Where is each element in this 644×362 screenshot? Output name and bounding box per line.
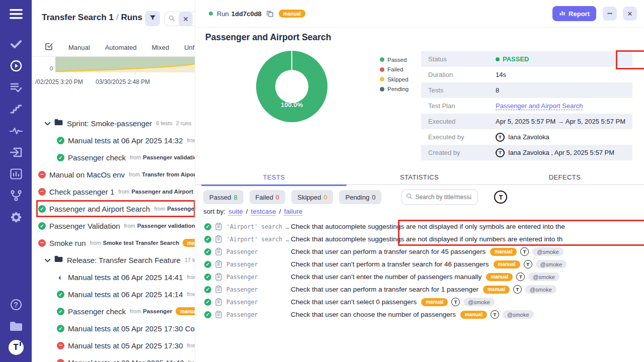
run-name: Passenger check (68, 307, 126, 316)
test-passed-icon (204, 311, 211, 318)
tests-search-box[interactable] (401, 190, 478, 205)
test-row[interactable]: Passenger Check that user can't enter th… (195, 270, 644, 283)
test-title: Check that user can't select 0 passenger… (291, 298, 417, 306)
more-actions-button[interactable]: ••• (603, 7, 617, 21)
run-tree-item[interactable]: Manual tests at 06 Apr 2025 14:32 from P… (32, 132, 195, 149)
run-tree-item[interactable]: Manual tests at 06 Apr 2025 14:14 from P… (32, 286, 195, 303)
run-tree-item[interactable]: Passenger check from Passenger manual 6 (32, 303, 195, 320)
run-name: Sprint: Smoke-passenger (67, 119, 152, 128)
legend-item[interactable]: Pending (380, 84, 409, 95)
menu-icon[interactable] (0, 0, 32, 28)
test-row[interactable]: Passenger Check that user can choose the… (195, 308, 644, 321)
steps-icon[interactable] (0, 98, 32, 120)
summary-value: Passenger and Airport Search (496, 102, 583, 110)
source-suite: Passenger validation (137, 223, 195, 229)
test-row[interactable]: 'Airport' search … Check that autocomple… (195, 233, 644, 245)
sort-option[interactable]: suite (228, 208, 243, 215)
branch-icon[interactable] (0, 185, 32, 206)
smoke-tag: @smoke (503, 310, 534, 319)
smoke-tag: @smoke (463, 298, 495, 306)
folder-icon (54, 255, 63, 264)
legend-item[interactable]: Skipped (380, 74, 409, 84)
docs-icon[interactable] (0, 315, 32, 337)
run-tree-item[interactable]: Smoke run from Smoke test Transfer Searc… (32, 234, 195, 251)
test-passed-icon (204, 261, 211, 268)
search-close-button[interactable]: ✕ (179, 12, 193, 26)
breadcrumb-project[interactable]: Transfer Search 1 (42, 13, 114, 22)
breadcrumb-page[interactable]: Runs (121, 13, 142, 22)
run-name: Smoke run (49, 239, 86, 247)
chevron-down-icon[interactable] (45, 119, 50, 128)
status-filter-chip[interactable]: Failed0 (250, 190, 286, 204)
filter-button[interactable] (145, 11, 160, 26)
suite-name: Passenger (226, 286, 291, 293)
assignee-filter-avatar[interactable]: T (494, 191, 507, 204)
detail-tab[interactable]: STATISTICS (347, 170, 492, 185)
copy-run-id-button[interactable] (266, 10, 274, 18)
detail-tab[interactable]: TESTS (201, 170, 347, 185)
chart-legend: Passed Failed Skipped Pending (380, 55, 409, 94)
test-row[interactable]: Passenger Check that user can't perform … (195, 258, 644, 270)
import-run-icon[interactable] (0, 141, 32, 163)
testcase-icon (215, 311, 222, 318)
test-title: Check that user can't perform a transfer… (291, 260, 489, 268)
report-button[interactable]: Report (552, 6, 596, 21)
status-filter-chip[interactable]: Skipped0 (291, 190, 333, 204)
chevron-down-icon[interactable] (45, 255, 50, 264)
test-row[interactable]: 'Airport' search … Check that autocomple… (195, 220, 644, 233)
user-avatar: T (496, 148, 505, 157)
run-tree-item[interactable]: Sprint: Smoke-passenger 6 tests 2 runs (32, 115, 195, 132)
run-status-icon (57, 359, 64, 362)
legend-dot (380, 57, 384, 62)
runs-tab-mixed[interactable]: Mixed (152, 44, 170, 51)
run-tree-item[interactable]: Check passenger 1 from Passenger and Air… (32, 183, 195, 200)
sort-option[interactable]: testcase (251, 208, 276, 215)
summary-label: Test Plan (428, 102, 496, 110)
app-logo[interactable]: T (9, 340, 24, 355)
assignee-avatar: T (516, 273, 525, 281)
run-tree-item[interactable]: Passenger Validation from Passenger vali… (32, 217, 195, 234)
run-tree-item[interactable]: Manual tests at 30 Mar 2025 11:43 from T… (32, 354, 195, 362)
runs-tab-unfinished[interactable]: Unfinished (184, 44, 195, 51)
detail-tab[interactable]: DEFECTS (492, 170, 637, 185)
status-filter-chip[interactable]: Passed8 (203, 190, 244, 204)
results-icon[interactable] (0, 76, 32, 98)
run-tree-item[interactable]: Manual tests at 06 Apr 2025 14:41 from T… (32, 268, 195, 286)
run-tree-item[interactable]: Release: Transfer Search Feature 17 test… (32, 251, 195, 268)
run-status-icon (38, 239, 46, 247)
close-run-button[interactable]: ✕ (623, 7, 637, 21)
run-tree-item[interactable]: Passenger and Airport Search from Passen… (32, 200, 195, 217)
run-tree-item[interactable]: Passenger check from Passenger validatio… (32, 149, 195, 166)
run-type-badge: manual (183, 239, 195, 247)
test-row[interactable]: Passenger Check that user can perform a … (195, 245, 644, 258)
test-row[interactable]: Passenger Check that user can perform a … (195, 283, 644, 296)
run-name: Manual tests at 05 Apr 2025 17:30 Copy (68, 324, 195, 333)
select-all-icon[interactable] (44, 42, 53, 53)
sort-option[interactable]: failure (284, 208, 303, 215)
source-suite: Passenger (143, 308, 172, 314)
settings-icon[interactable] (0, 206, 32, 228)
run-tree-item[interactable]: Manual tests at 05 Apr 2025 17:30 from T… (32, 337, 195, 354)
legend-item[interactable]: Passed (380, 55, 409, 65)
run-tree-item[interactable]: Manual on MacOs env from Transfer from A… (32, 166, 195, 183)
help-icon[interactable]: ? (0, 294, 32, 315)
results-donut-chart: 100.0% (256, 51, 328, 122)
legend-item[interactable]: Failed (380, 65, 409, 75)
run-status-icon (38, 222, 46, 230)
test-row[interactable]: Passenger Check that user can't select 0… (195, 296, 644, 308)
summary-row: Executed by T Iana Zavoloka (421, 129, 632, 145)
smoke-tag: @smoke (528, 273, 559, 281)
source-suite: Passenger and Airport Search (167, 206, 195, 212)
run-tree-item[interactable]: Manual tests at 05 Apr 2025 17:30 Copy f… (32, 320, 195, 337)
run-status-icon (57, 308, 64, 315)
status-filter-chip[interactable]: Pending0 (339, 190, 381, 204)
pulse-icon[interactable] (0, 120, 32, 141)
legend-dot (380, 77, 384, 81)
runs-tab-automated[interactable]: Automated (105, 44, 137, 51)
analytics-icon[interactable] (0, 163, 32, 185)
runs-tab-manual[interactable]: Manual (68, 44, 90, 51)
testcase-icon (215, 286, 222, 293)
tests-icon[interactable] (0, 33, 32, 55)
tests-search-input[interactable] (415, 194, 471, 201)
runs-icon[interactable] (0, 55, 32, 76)
